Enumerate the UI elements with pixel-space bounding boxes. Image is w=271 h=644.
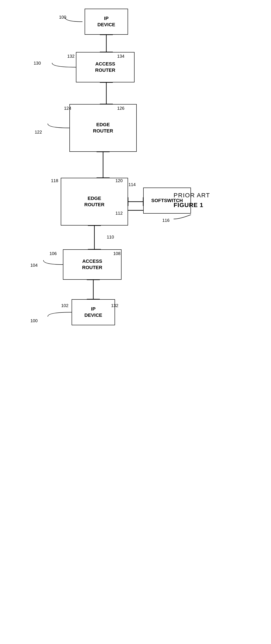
- diagram-container: IPDEVICE ACCESSROUTER EDGEROUTER EDGEROU…: [0, 0, 271, 644]
- edge-router-top: EDGEROUTER: [69, 104, 137, 152]
- ip-device-bot: IPDEVICE: [72, 299, 115, 325]
- label-110: 108: [113, 251, 120, 256]
- label-108: 106: [50, 251, 57, 256]
- label-122: 120: [115, 178, 123, 183]
- access-router-bot: ACCESSROUTER: [63, 249, 122, 280]
- label-112: 110: [107, 234, 114, 240]
- figure-label: FIGURE 1: [174, 202, 203, 208]
- label-136: 100: [59, 15, 66, 20]
- label-102: 102: [61, 303, 68, 308]
- label-114: 112: [115, 211, 123, 216]
- label-100: 100: [30, 318, 38, 323]
- label-128: 126: [117, 106, 124, 111]
- label-104: 132: [111, 303, 118, 308]
- label-132: 132: [67, 54, 74, 59]
- label-120: 118: [51, 178, 58, 183]
- edge-router-mid: EDGEROUTER: [61, 178, 128, 226]
- label-124: 122: [35, 130, 42, 135]
- label-106: 104: [30, 263, 38, 268]
- ip-device-top: IPDEVICE: [85, 9, 128, 35]
- prior-art-label: PRIOR ART: [174, 192, 210, 199]
- label-118: 116: [162, 218, 169, 223]
- softswitch: SOFTSWITCH: [143, 188, 191, 214]
- label-130: 130: [34, 61, 41, 66]
- access-router-top: ACCESSROUTER: [76, 52, 135, 82]
- label-116: 114: [128, 182, 136, 187]
- label-126: 124: [64, 106, 71, 111]
- connections-svg: [0, 0, 271, 644]
- label-134: 134: [117, 54, 124, 59]
